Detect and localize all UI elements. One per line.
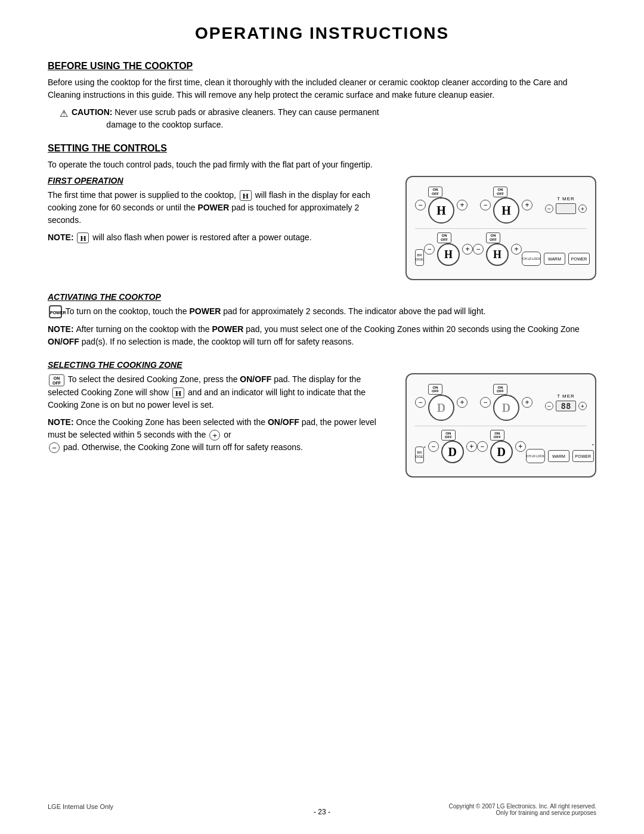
activating-text1: To turn on the cooktop, touch the POWER … [66,306,486,316]
note-or: or [224,430,231,439]
cooktop-diagram2-col: − ONOFF D + − ONOFF D + [405,373,596,478]
before-cooktop-title: BEFORE USING THE COOKTOP [48,61,596,72]
page-title: OPERATING INSTRUCTIONS [48,24,596,43]
selecting-text-col: ONOFF To select the desired Cooking Zone… [48,373,394,458]
zone-group-tl: − ONOFF H + [415,187,467,224]
timer-88-display: 88 [561,401,571,411]
on-off-icon-inline: ONOFF [49,374,64,386]
zone-group-br: − ONOFF H + [473,232,522,266]
activating-section: ACTIVATING THE COOKTOP POWER To turn on … [48,292,596,348]
minus2-btn-tl: − [415,397,426,408]
timer2-minus: − [545,402,553,410]
zone-circle-tr: H [493,197,519,224]
control-btns2: • CH LD LOCK WARM POWER [526,442,594,463]
zone2-circle-tl: D [428,395,454,421]
h-icon-inline1: H [240,190,252,201]
minus-btn-bl: − [424,244,435,255]
setting-intro: To operate the touch control pads, touch… [48,159,596,171]
bottom-btns1: CH LD LOCK WARM POWER [522,252,590,266]
bottom-btns2: CH LD LOCK WARM POWER [526,449,594,463]
note-label2: NOTE: [48,324,76,334]
on-off-br: ONOFF [486,232,500,243]
plus2-btn-bl: + [466,441,477,452]
minus2-btn-bl: − [428,441,439,452]
zone2-circle-bl: D [441,441,464,463]
zone2-group-tl: − ONOFF D + [415,384,467,421]
zone-circle-br: H [486,243,509,266]
on-off-bl: ONOFF [437,232,451,243]
first-op-para1: The first time that power is supplied to… [48,189,394,227]
minus-btn-br: − [473,244,484,255]
on-off-bold2: ON/OFF [240,374,271,384]
control-btns1: CH LD LOCK WARM POWER [522,252,590,266]
plus2-btn-tr: + [522,397,532,408]
bridge-btn1: BRDGE [415,249,424,266]
timer-section1: T MER − + [545,196,587,214]
note-text2: After turning on the cooktop with the PO… [48,324,580,346]
on-off-tl: ONOFF [428,187,442,197]
first-operation-block: FIRST OPERATION The first time that powe… [48,176,596,280]
footer-center: - 23 - [314,808,330,816]
h-icon-inline3: H [172,387,184,398]
timer2-plus: + [578,402,587,410]
dot-indicator-power: • [526,442,594,447]
minus2-btn-tr: − [480,397,491,408]
footer-right: Copyright © 2007 LG Electronics. Inc. Al… [449,803,596,816]
warm-btn1: WARM [544,253,565,265]
timer-minus1: − [545,204,553,213]
minus-icon-inline: − [49,442,60,453]
power-bold2: POWER [189,306,221,316]
minus-btn-tl: − [415,200,426,210]
timer-display2: 88 [556,401,576,411]
zone-group-tr: − ONOFF H + [480,187,532,224]
diagram-sep1 [415,228,587,229]
cooktop-diagram2: − ONOFF D + − ONOFF D + [405,373,596,478]
power-bold1: POWER [197,203,229,212]
on-off-bold1: ON/OFF [48,337,79,346]
first-operation-title: FIRST OPERATION [48,176,394,185]
timer-row2: − 88 + [545,401,587,411]
selecting-para1: ONOFF To select the desired Cooking Zone… [48,373,394,411]
first-op-note: NOTE: H will also flash when power is re… [48,231,394,244]
footer-left: LGE Internal Use Only [48,803,113,816]
zone2-group-tr: − ONOFF D + [480,384,532,421]
selecting-note: NOTE: Once the Cooking Zone has been sel… [48,416,394,454]
timer-label1: T MER [557,196,575,201]
zone2-group-bl: • − ONOFF D + [424,430,477,463]
on-off2-bl: ONOFF [441,430,456,441]
power-btn1: POWER [568,253,590,265]
diagram2-row2: BRDGE • − ONOFF D + − [415,430,587,463]
first-operation-text: FIRST OPERATION The first time that powe… [48,176,394,249]
timer-section2: T MER − 88 + [545,393,587,411]
plus2-btn-tl: + [457,397,467,408]
selecting-two-col: ONOFF To select the desired Cooking Zone… [48,373,596,478]
diagram-sep2 [415,426,587,426]
setting-controls-section: SETTING THE CONTROLS To operate the touc… [48,143,596,280]
zone2-circle-br: D [490,441,513,463]
h-icon-inline2: H [77,232,89,243]
cooktop-diagram1: − ONOFF H + − ONOFF H + [405,176,596,280]
on-off2-br: ONOFF [490,430,504,441]
activating-title: ACTIVATING THE COOKTOP [48,292,596,302]
plus2-btn-br: + [515,441,526,452]
minus-btn-tr: − [480,200,491,210]
on-off-tr: ONOFF [493,187,507,197]
zone-group-bl: − ONOFF H + [424,232,473,266]
note-label3: NOTE: [48,417,76,427]
plus-btn-br: + [511,244,522,255]
before-cooktop-body: Before using the cooktop for the first t… [48,76,596,101]
power-bold3: POWER [212,324,243,334]
plus-btn-bl: + [462,244,473,255]
plus-btn-tr: + [522,200,532,210]
caution-label: CAUTION: [72,107,112,117]
child-lock-btn1: CH LD LOCK [522,252,541,266]
zone2-circle-tr: D [493,395,519,421]
zone-circle-bl: H [437,243,460,266]
timer-label2: T MER [557,393,575,399]
on-off-bold3: ON/OFF [268,417,299,427]
note-label1: NOTE: [48,232,76,242]
note-text1: will also flash when power is restored a… [92,232,311,242]
cooktop-diagram1-col: − ONOFF H + − ONOFF H + [405,176,596,280]
caution-body: Never use scrub pads or abrasive cleaner… [72,107,379,129]
on-off2-tl: ONOFF [428,384,442,395]
